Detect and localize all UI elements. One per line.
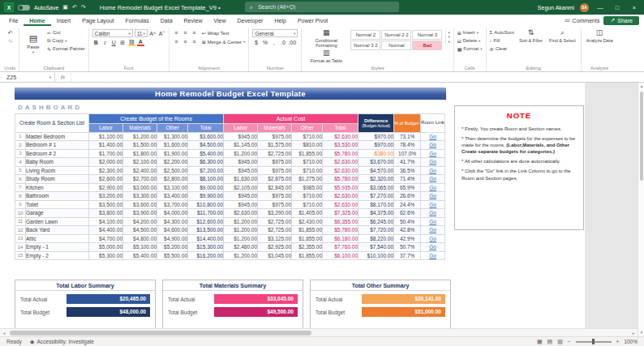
find-select-button[interactable]: ⌕ Find & Select — [547, 29, 577, 43]
actual-materials-cell[interactable]: $2,725.00 — [258, 226, 292, 235]
go-link[interactable]: Go — [421, 243, 445, 252]
actual-other-cell[interactable]: $1,405.00 — [292, 209, 323, 218]
actual-materials-cell[interactable]: $975.00 — [258, 192, 292, 201]
actual-materials-cell[interactable]: $2,875.00 — [258, 175, 292, 184]
budget-total-cell[interactable]: $14,400.00 — [188, 234, 224, 243]
actual-labor-cell[interactable]: $1,145.00 — [224, 141, 258, 150]
budget-other-cell[interactable]: $3,700.00 — [157, 200, 188, 209]
budget-total-cell[interactable]: $6,300.00 — [188, 158, 224, 167]
difference-cell[interactable]: $7,540.00 — [358, 243, 394, 252]
actual-other-cell[interactable]: $710.00 — [292, 158, 323, 167]
sort-filter-button[interactable]: ⇅ Sort & Filter — [517, 29, 544, 43]
budget-labor-cell[interactable]: $4,100.00 — [89, 217, 123, 226]
go-link[interactable]: Go — [421, 226, 445, 235]
font-family-select[interactable]: Calibri ▾ — [92, 29, 133, 37]
budget-labor-cell[interactable]: $1,100.00 — [89, 132, 123, 141]
vertical-scroll-thumb[interactable] — [640, 92, 643, 181]
budget-labor-cell[interactable]: $3,800.00 — [89, 209, 123, 218]
difference-cell[interactable]: $8,170.00 — [358, 200, 394, 209]
budget-total-cell[interactable]: $11,700.00 — [188, 209, 224, 218]
copy-button[interactable]: ⧉ Copy ▾ — [47, 37, 85, 44]
share-button[interactable]: ↗ Share — [603, 16, 639, 25]
fill-color-button[interactable]: ▨ — [128, 39, 135, 46]
budget-other-cell[interactable]: $4,600.00 — [157, 226, 188, 235]
paste-button[interactable]: ▤ Paste ▾ — [23, 29, 44, 58]
budget-other-cell[interactable]: $1,900.00 — [157, 149, 188, 158]
budget-materials-cell[interactable]: $2,700.00 — [123, 175, 157, 184]
fill-button[interactable]: ↓ Fill — [490, 37, 514, 44]
budget-materials-cell[interactable]: $2,400.00 — [123, 166, 157, 175]
percent-used-cell[interactable]: 37.7% — [394, 251, 421, 260]
cut-button[interactable]: ✂ Cut — [47, 29, 85, 36]
room-name-cell[interactable]: Bathroom — [26, 192, 89, 201]
go-link[interactable]: Go — [421, 217, 445, 226]
actual-total-cell[interactable]: $2,630.00 — [323, 200, 358, 209]
page-break-view-button[interactable]: ▧ — [557, 339, 563, 345]
actual-labor-cell[interactable]: $945.00 — [224, 158, 258, 167]
actual-materials-cell[interactable]: $2,845.00 — [258, 183, 292, 192]
budget-materials-cell[interactable]: $4,800.00 — [123, 234, 157, 243]
budget-total-cell[interactable]: $12,600.00 — [188, 217, 224, 226]
budget-materials-cell[interactable]: $3,000.00 — [123, 183, 157, 192]
budget-total-cell[interactable]: $8,100.00 — [188, 175, 224, 184]
budget-other-cell[interactable]: $3,100.00 — [157, 183, 188, 192]
actual-labor-cell[interactable]: $1,200.00 — [224, 234, 258, 243]
cell-style-normal-3[interactable]: Normal 3 — [412, 30, 442, 40]
tab-file[interactable]: File — [3, 15, 24, 26]
difference-cell[interactable]: $3,065.00 — [358, 183, 394, 192]
actual-materials-cell[interactable]: $975.00 — [258, 166, 292, 175]
actual-total-cell[interactable]: $6,100.00 — [323, 251, 358, 260]
budget-materials-cell[interactable]: $1,200.00 — [123, 132, 157, 141]
align-center-icon[interactable]: ≡ — [182, 38, 189, 45]
budget-total-cell[interactable]: $9,000.00 — [188, 183, 224, 192]
undo-icon[interactable]: ↶ — [72, 4, 77, 11]
budget-labor-cell[interactable]: $2,600.00 — [89, 175, 123, 184]
clear-button[interactable]: ⊘ Clear — [490, 45, 514, 52]
actual-labor-cell[interactable]: $2,480.00 — [224, 243, 258, 252]
percent-used-cell[interactable]: 42.8% — [394, 226, 421, 235]
difference-cell[interactable]: $2,320.00 — [358, 175, 394, 184]
actual-labor-cell[interactable]: $2,105.00 — [224, 183, 258, 192]
go-link[interactable]: Go — [421, 209, 445, 218]
room-name-cell[interactable]: Bedroom # 2 — [26, 149, 89, 158]
percent-used-cell[interactable]: 26.6% — [394, 192, 421, 201]
difference-cell[interactable]: $7,270.00 — [358, 192, 394, 201]
budget-other-cell[interactable]: $5,500.00 — [157, 251, 188, 260]
budget-labor-cell[interactable]: $3,500.00 — [89, 200, 123, 209]
actual-materials-cell[interactable]: $3,125.00 — [258, 234, 292, 243]
budget-labor-cell[interactable]: $1,400.00 — [89, 141, 123, 150]
tab-review[interactable]: Review — [178, 15, 208, 26]
room-name-cell[interactable]: Empty - 1 — [26, 243, 89, 252]
undo-button[interactable]: ↶ — [6, 29, 14, 36]
budget-labor-cell[interactable]: $4,400.00 — [89, 226, 123, 235]
budget-total-cell[interactable]: $13,500.00 — [188, 226, 224, 235]
budget-labor-cell[interactable]: $2,300.00 — [89, 166, 123, 175]
actual-labor-cell[interactable]: $945.00 — [224, 192, 258, 201]
difference-cell[interactable]: $4,375.00 — [358, 209, 394, 218]
actual-other-cell[interactable]: $1,855.00 — [292, 234, 323, 243]
maximize-button[interactable]: □ — [612, 4, 623, 11]
budget-total-cell[interactable]: $5,400.00 — [188, 149, 224, 158]
tab-help[interactable]: Help — [268, 15, 291, 26]
actual-total-cell[interactable]: $5,935.00 — [323, 183, 358, 192]
actual-total-cell[interactable]: $5,780.00 — [323, 149, 358, 158]
percent-used-cell[interactable]: 41.7% — [394, 158, 421, 167]
actual-total-cell[interactable]: $2,630.00 — [323, 192, 358, 201]
horizontal-scroll-thumb[interactable] — [10, 331, 311, 335]
room-name-cell[interactable]: Empty - 2 — [26, 251, 89, 260]
room-name-cell[interactable]: Baby Room — [26, 158, 89, 167]
gallery-expand-icon[interactable]: ▾ — [448, 40, 449, 44]
align-left-icon[interactable]: ≡ — [173, 38, 180, 45]
row-number-cell[interactable]: 14 — [15, 243, 26, 252]
budget-materials-cell[interactable]: $1,800.00 — [123, 149, 157, 158]
actual-other-cell[interactable]: $710.00 — [292, 192, 323, 201]
close-button[interactable]: × — [629, 4, 640, 11]
zoom-in-button[interactable]: + — [616, 339, 620, 344]
autosave-toggle[interactable] — [18, 5, 30, 11]
accessibility-status[interactable]: ◉ Accessibility: Investigate — [30, 339, 94, 345]
actual-materials-cell[interactable]: $2,725.00 — [258, 149, 292, 158]
go-link[interactable]: Go — [421, 175, 445, 184]
actual-labor-cell[interactable]: $1,200.00 — [224, 217, 258, 226]
actual-materials-cell[interactable]: $975.00 — [258, 158, 292, 167]
room-name-cell[interactable]: Master Bedroom — [26, 132, 89, 141]
